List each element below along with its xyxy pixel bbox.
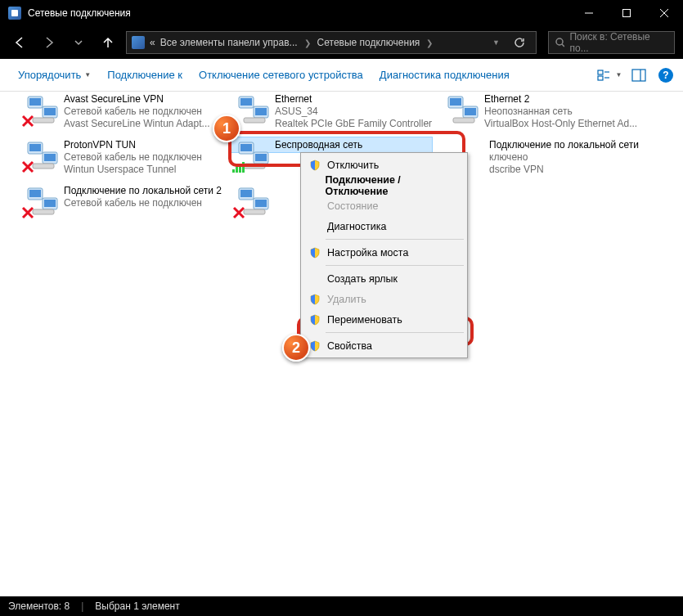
menu-item[interactable]: Создать ярлык — [303, 268, 465, 289]
menu-item-label: Удалить — [324, 294, 366, 305]
menu-separator — [326, 332, 464, 333]
svg-rect-6 — [598, 70, 603, 74]
menu-separator — [326, 239, 464, 240]
connection-item[interactable]: Подключение по локальной сетиключеноdscr… — [440, 139, 645, 176]
maximize-button[interactable] — [608, 0, 645, 26]
status-overlay-icon — [21, 160, 34, 177]
svg-rect-37 — [240, 144, 252, 151]
menu-item[interactable]: Настройка моста — [303, 242, 465, 263]
address-prefix: « — [150, 37, 155, 48]
svg-rect-10 — [632, 70, 645, 81]
menu-item-label: Переименовать — [324, 314, 402, 326]
connection-adapter: dscribe VPN — [489, 164, 639, 176]
connect-button[interactable]: Подключение к — [99, 64, 191, 86]
recent-dropdown[interactable] — [67, 31, 90, 54]
titlebar: Сетевые подключения — [0, 0, 683, 26]
address-part1[interactable]: Все элементы панели управ... — [160, 37, 298, 48]
svg-rect-53 — [240, 190, 252, 197]
menu-item[interactable]: Отключить — [303, 155, 465, 175]
search-box[interactable]: Поиск в: Сетевые по... — [548, 31, 675, 54]
connection-adapter: Avast SecureLine Wintun Adapt... — [64, 118, 210, 130]
svg-rect-16 — [33, 118, 54, 123]
connection-name: Подключение по локальной сети 2 — [64, 185, 222, 197]
connection-status: ASUS_34 — [275, 106, 432, 118]
help-button[interactable]: ? — [658, 68, 673, 83]
shield-icon — [306, 294, 324, 305]
svg-rect-7 — [598, 76, 603, 80]
content-area: Avast SecureLine VPNСетевой кабель не по… — [0, 92, 683, 596]
callout-number-1: 1 — [213, 115, 240, 142]
search-icon — [555, 38, 564, 47]
up-button[interactable] — [97, 31, 119, 54]
svg-rect-28 — [453, 118, 474, 123]
svg-rect-1 — [623, 10, 631, 17]
forward-button[interactable] — [38, 31, 61, 54]
connection-name: Беспроводная сеть — [275, 139, 362, 151]
menu-item: Состояние — [303, 196, 465, 216]
svg-rect-23 — [244, 118, 265, 123]
connection-status: ключено — [489, 151, 639, 164]
svg-rect-22 — [255, 108, 267, 115]
toolbar: Упорядочить▼ Подключение к Отключение се… — [0, 59, 683, 92]
status-overlay-icon — [21, 206, 34, 223]
menu-item[interactable]: Переименовать — [303, 309, 465, 330]
menu-item: Удалить — [303, 289, 465, 309]
svg-rect-20 — [240, 98, 252, 106]
svg-rect-49 — [33, 209, 54, 214]
connection-name: ProtonVPN TUN — [64, 139, 202, 151]
status-overlay-icon — [21, 115, 34, 131]
address-bar[interactable]: « Все элементы панели управ... ❯ Сетевые… — [126, 31, 537, 54]
back-button[interactable] — [8, 31, 31, 54]
menu-item[interactable]: Свойства — [303, 335, 465, 356]
callout-number-2: 2 — [282, 334, 310, 362]
connection-name: Ethernet — [275, 93, 432, 106]
status-overlay-icon — [232, 160, 247, 177]
svg-rect-55 — [255, 200, 267, 207]
preview-pane-button[interactable] — [624, 64, 654, 87]
connection-name: Ethernet 2 — [484, 93, 637, 106]
network-icon — [447, 95, 481, 129]
menu-item-label: Диагностика — [324, 221, 386, 232]
address-icon — [132, 36, 145, 49]
network-icon — [237, 95, 272, 129]
connection-item[interactable]: ProtonVPN TUNСетевой кабель не подключен… — [20, 139, 224, 178]
connection-item[interactable]: Подключение по локальной сети 2Сетевой к… — [20, 185, 224, 224]
address-dropdown[interactable]: ▼ — [492, 38, 500, 47]
connection-item[interactable]: Avast SecureLine VPNСетевой кабель не по… — [20, 93, 224, 133]
address-part2[interactable]: Сетевые подключения — [317, 37, 420, 48]
connection-item[interactable]: EthernetASUS_34Realtek PCIe GbE Family C… — [231, 93, 435, 133]
view-button[interactable]: ▼ — [595, 64, 624, 87]
search-placeholder: Поиск в: Сетевые по... — [569, 31, 667, 54]
minimize-button[interactable] — [570, 0, 608, 26]
shield-icon — [306, 160, 324, 171]
svg-rect-30 — [29, 144, 41, 151]
svg-rect-43 — [239, 164, 241, 173]
shield-icon — [306, 247, 324, 259]
menu-item-label: Подключение / Отключение — [322, 174, 451, 197]
connection-status: Сетевой кабель не подключен — [64, 106, 210, 118]
diagnose-button[interactable]: Диагностика подключения — [371, 64, 518, 86]
connection-name: Подключение по локальной сети — [489, 139, 639, 151]
svg-rect-46 — [29, 190, 41, 197]
svg-rect-33 — [33, 164, 54, 169]
menu-item-label: Создать ярлык — [324, 273, 398, 285]
menu-item[interactable]: Диагностика — [303, 216, 465, 236]
status-item-count: Элементов: 8 — [8, 600, 70, 612]
refresh-button[interactable] — [508, 31, 531, 54]
status-overlay-icon — [232, 206, 245, 223]
context-menu: ОтключитьПодключение / ОтключениеСостоян… — [300, 152, 468, 358]
menu-item-label: Свойства — [324, 340, 372, 352]
disable-device-button[interactable]: Отключение сетевого устройства — [191, 64, 371, 86]
menu-item[interactable]: Подключение / Отключение — [303, 175, 465, 196]
connection-item[interactable]: Ethernet 2Неопознанная сетьVirtualBox Ho… — [440, 93, 645, 133]
close-button[interactable] — [645, 0, 683, 26]
organize-button[interactable]: Упорядочить▼ — [10, 64, 99, 86]
svg-rect-27 — [465, 108, 476, 115]
connection-adapter: Wintun Userspace Tunnel — [64, 164, 202, 176]
menu-item-label: Состояние — [324, 200, 378, 212]
svg-point-4 — [556, 38, 563, 45]
chevron-icon[interactable]: ❯ — [426, 38, 433, 47]
svg-line-5 — [562, 44, 564, 47]
chevron-icon[interactable]: ❯ — [304, 38, 311, 47]
menu-item-label: Настройка моста — [324, 247, 408, 259]
